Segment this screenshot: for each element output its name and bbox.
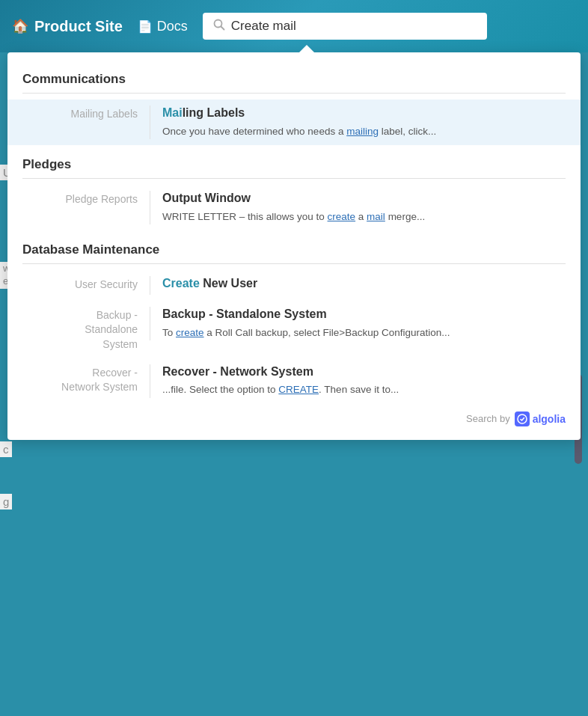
result-category-mailing-labels: Mailing Labels: [22, 105, 150, 122]
search-bar[interactable]: [203, 13, 487, 40]
algolia-text: algolia: [533, 413, 566, 425]
result-content-backup: Backup - Standalone System To create a R…: [150, 307, 566, 340]
brand-label: Product Site: [34, 18, 123, 35]
section-divider-communications: [22, 93, 566, 94]
result-title-recover: Recover - Network System: [162, 364, 566, 380]
result-desc-pledge-reports: WRITE LETTER – this allows you to create…: [162, 209, 566, 224]
section-header-pledges: Pledges: [7, 153, 581, 175]
result-content-pledge-reports: Output Window WRITE LETTER – this allows…: [150, 191, 566, 224]
footer-search-by-text: Search by: [466, 413, 510, 424]
result-category-recover: Recover -Network System: [22, 364, 150, 395]
result-title-pledge-reports: Output Window: [162, 191, 566, 206]
algolia-logo[interactable]: algolia: [515, 411, 566, 426]
result-recover-network[interactable]: Recover -Network System Recover - Networ…: [7, 358, 581, 404]
left-peek-c: c: [0, 441, 12, 457]
search-input[interactable]: [231, 19, 477, 34]
result-content-user-security: Create New User: [150, 276, 566, 295]
docs-label: Docs: [157, 19, 188, 34]
result-desc-recover: ...file. Select the option to CREATE. Th…: [162, 382, 566, 397]
algolia-icon: [515, 411, 530, 426]
highlight-create-user: Create: [162, 277, 200, 290]
result-desc-backup: To create a Roll Call backup, select Fil…: [162, 325, 566, 340]
result-title-user-security: Create New User: [162, 276, 566, 292]
result-title-backup: Backup - Standalone System: [162, 307, 566, 322]
result-desc-mailing-labels: Once you have determined who needs a mai…: [162, 124, 566, 139]
result-content-mailing-labels: Mailing Labels Once you have determined …: [150, 105, 566, 139]
link-create-backup[interactable]: create: [176, 327, 204, 338]
search-footer: Search by algolia: [7, 404, 581, 432]
section-divider-pledges: [22, 178, 566, 179]
result-content-recover: Recover - Network System ...file. Select…: [150, 364, 566, 398]
result-backup-standalone[interactable]: Backup -StandaloneSystem Backup - Standa…: [7, 301, 581, 358]
result-category-pledge-reports: Pledge Reports: [22, 191, 150, 207]
section-divider-database: [22, 263, 566, 264]
left-peek-g: g: [0, 494, 12, 510]
link-create-recover[interactable]: CREATE: [278, 384, 319, 395]
svg-line-1: [221, 27, 224, 30]
docs-link[interactable]: 📄 Docs: [138, 19, 188, 34]
section-header-communications: Communications: [7, 67, 581, 90]
result-user-security[interactable]: User Security Create New User: [7, 270, 581, 301]
result-category-backup: Backup -StandaloneSystem: [22, 307, 150, 352]
link-create-pledge[interactable]: create: [328, 211, 356, 222]
navbar: 🏠 Product Site 📄 Docs: [0, 0, 588, 52]
docs-icon: 📄: [138, 19, 153, 34]
result-pledge-reports[interactable]: Pledge Reports Output Window WRITE LETTE…: [7, 185, 581, 230]
highlight-mai: Mai: [162, 106, 183, 119]
result-mailing-labels[interactable]: Mailing Labels Mailing Labels Once you h…: [7, 100, 581, 145]
svg-point-2: [518, 414, 527, 423]
house-icon: 🏠: [12, 18, 28, 34]
result-title-mailing-labels: Mailing Labels: [162, 105, 566, 121]
product-site-link[interactable]: 🏠 Product Site: [12, 18, 123, 35]
search-icon: [213, 19, 225, 34]
link-mail-pledge[interactable]: mail: [367, 211, 385, 222]
link-mailing[interactable]: mailing: [346, 126, 379, 137]
result-category-user-security: User Security: [22, 276, 150, 293]
section-header-database: Database Maintenance: [7, 238, 581, 260]
search-dropdown: Communications Mailing Labels Mailing La…: [7, 52, 581, 440]
